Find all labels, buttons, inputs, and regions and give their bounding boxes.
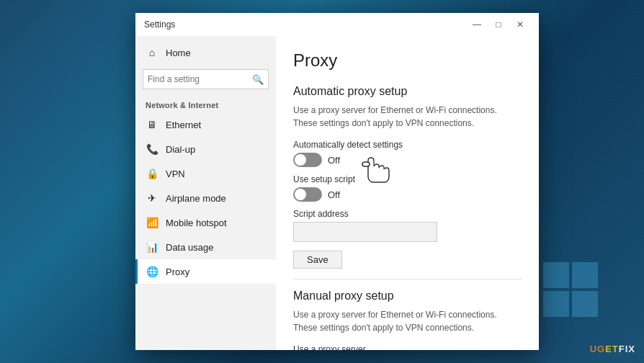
sidebar-datausage-label: Data usage [166,242,214,253]
sidebar-search-input[interactable] [148,74,252,84]
sidebar-home-label: Home [166,48,191,58]
sidebar-airplane-label: Airplane mode [166,193,226,204]
section-divider [293,279,522,279]
sidebar-section-label: Network & Internet [135,97,276,112]
detect-settings-state: Off [328,155,340,166]
close-button[interactable]: ✕ [510,17,530,32]
save-button[interactable]: Save [293,251,342,269]
auto-proxy-section-title: Automatic proxy setup [293,85,522,98]
sidebar-item-datausage[interactable]: 📊 Data usage [135,235,276,259]
maximize-button[interactable]: □ [488,17,509,32]
window-title: Settings [144,19,175,30]
watermark-fix: FIX [619,344,635,354]
detect-settings-toggle-group: Off [293,153,522,167]
detect-settings-toggle[interactable] [293,153,322,167]
sidebar-search-box[interactable]: 🔍 [143,69,269,89]
window-controls: — □ ✕ [467,17,530,32]
sidebar-ethernet-label: Ethernet [166,120,201,130]
setup-script-state: Off [328,189,340,200]
hotspot-icon: 📶 [146,216,158,229]
sidebar-vpn-label: VPN [166,169,185,179]
windows-logo-decoration [543,262,601,320]
dialup-icon: 📞 [146,143,158,156]
detect-settings-label: Automatically detect settings [293,140,522,150]
setup-script-toggle[interactable] [293,187,322,202]
manual-proxy-section-title: Manual proxy setup [293,290,522,302]
ethernet-icon: 🖥 [146,118,158,131]
use-proxy-label: Use a proxy server [293,344,522,350]
setup-script-toggle-group: Off [293,187,522,202]
sidebar: ⌂ Home 🔍 Network & Internet 🖥 Ethernet 📞… [135,36,276,350]
proxy-icon: 🌐 [146,265,158,278]
detect-settings-knob [295,154,306,166]
sidebar-item-ethernet[interactable]: 🖥 Ethernet [135,112,276,137]
sidebar-item-home[interactable]: ⌂ Home [135,39,276,66]
sidebar-item-dialup[interactable]: 📞 Dial-up [135,137,276,161]
vpn-icon: 🔒 [146,167,158,180]
airplane-icon: ✈ [146,192,158,205]
setup-script-knob [295,189,306,200]
script-address-label: Script address [293,209,522,219]
window-body: ⌂ Home 🔍 Network & Internet 🖥 Ethernet 📞… [135,36,539,350]
sidebar-item-hotspot[interactable]: 📶 Mobile hotspot [135,210,276,235]
watermark-ug: UG [590,344,606,354]
datausage-icon: 📊 [146,241,158,254]
title-bar: Settings — □ ✕ [135,13,539,36]
search-icon: 🔍 [252,74,264,85]
setup-script-label: Use setup script [293,174,522,184]
page-title: Proxy [293,50,522,71]
sidebar-item-airplane[interactable]: ✈ Airplane mode [135,186,276,210]
sidebar-proxy-label: Proxy [166,266,189,277]
main-content: Proxy Automatic proxy setup Use a proxy … [276,36,539,350]
auto-proxy-desc: Use a proxy server for Ethernet or Wi-Fi… [293,104,522,130]
sidebar-item-proxy[interactable]: 🌐 Proxy [135,259,276,284]
minimize-button[interactable]: — [467,17,487,32]
watermark-et: ET [605,344,619,354]
home-icon: ⌂ [146,46,158,59]
script-address-input[interactable] [293,222,437,242]
sidebar-item-vpn[interactable]: 🔒 VPN [135,161,276,186]
settings-window: Settings — □ ✕ ⌂ Home 🔍 Network & Intern… [135,13,539,350]
manual-proxy-desc: Use a proxy server for Ethernet or Wi-Fi… [293,308,522,334]
sidebar-hotspot-label: Mobile hotspot [166,218,227,228]
sidebar-dialup-label: Dial-up [166,144,195,155]
watermark: UGETFIX [590,344,635,354]
